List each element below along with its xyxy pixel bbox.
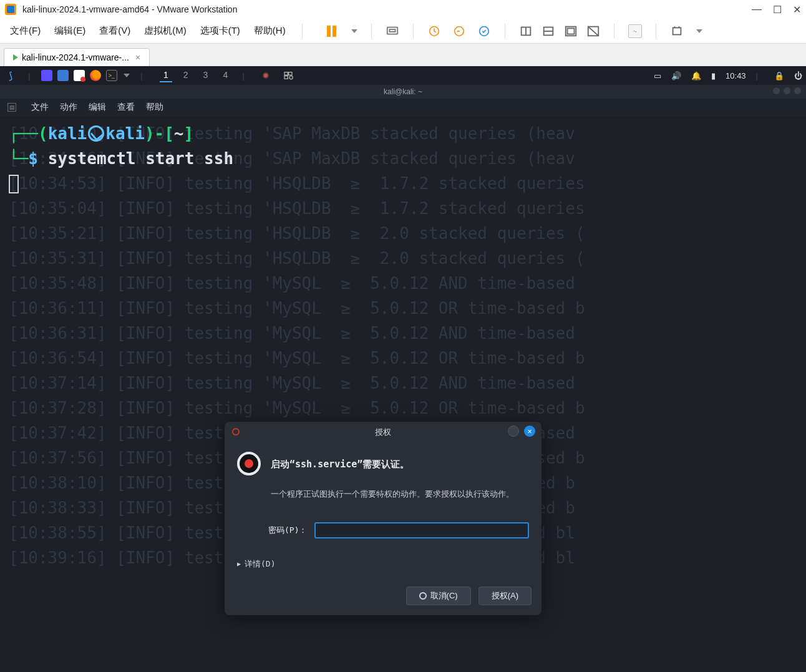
auth-heading: 启动“ssh.service”需要认证。 (271, 452, 514, 477)
tray-clock[interactable]: 10:43 (726, 71, 746, 80)
cancel-icon (419, 592, 427, 600)
password-input[interactable] (314, 522, 529, 538)
svg-rect-14 (672, 27, 681, 34)
tab-close-icon[interactable]: × (135, 52, 140, 62)
polkit-auth-dialog: 授权 ✕ 启动“ssh.service”需要认证。 一个程序正试图执行一个需要特… (225, 422, 541, 615)
chevron-right-icon: ▶ (237, 552, 241, 577)
snapshot-take-icon[interactable] (427, 24, 441, 38)
auth-shield-icon (237, 452, 261, 475)
maximize-button[interactable]: ☐ (773, 4, 782, 16)
app-icon-terminal[interactable]: >_ (106, 70, 117, 81)
menu-edit[interactable]: 编辑(E) (54, 25, 85, 37)
terminal-title: kali@kali: ~ (384, 87, 422, 96)
prompt-user: kali (48, 124, 87, 143)
prompt-cwd: ~ (174, 124, 184, 143)
details-expander[interactable]: ▶ 详情(D) (225, 547, 541, 582)
authorize-button[interactable]: 授权(A) (478, 587, 532, 605)
stretch-dropdown[interactable] (696, 29, 702, 33)
view-singlewindow-icon[interactable] (519, 24, 533, 38)
vm-tab[interactable]: kali-linux-2024.1-vmware-... × (4, 48, 150, 66)
workspace-2[interactable]: 2 (180, 69, 192, 82)
terminal-body[interactable]: [10:34:40] [INFO] testing 'SAP MaxDB sta… (0, 116, 806, 672)
minimize-button[interactable]: — (752, 4, 762, 16)
menu-file[interactable]: 文件(F) (10, 25, 41, 37)
workspace-switcher: 1 2 3 4 (160, 69, 231, 82)
tray-power-icon[interactable]: ⏻ (794, 71, 802, 80)
menu-tabs[interactable]: 选项卡(T) (200, 25, 240, 37)
term-menu-file[interactable]: 文件 (31, 102, 49, 113)
pause-button[interactable] (325, 24, 339, 38)
svg-point-18 (289, 76, 293, 79)
menu-help[interactable]: 帮助(H) (254, 25, 286, 37)
term-menu-help[interactable]: 帮助 (146, 102, 163, 113)
terminal-menu-bar: ▤ 文件 动作 编辑 查看 帮助 (0, 99, 806, 116)
auth-close-icon[interactable]: ✕ (524, 426, 535, 437)
tray-display-icon[interactable]: ▭ (654, 71, 661, 80)
separator (656, 24, 656, 39)
kali-taskbar: ⟆ | >_ | 1 2 3 4 | ▭ 🔊 🔔 ▮ 10:43 | 🔒 ⏻ (0, 66, 806, 85)
app-icon-editor[interactable] (74, 70, 85, 81)
stretch-guest-icon[interactable] (670, 24, 684, 38)
vmware-titlebar: kali-linux-2024.1-vmware-amd64 - VMware … (0, 0, 806, 19)
svg-rect-17 (284, 76, 288, 79)
menu-view[interactable]: 查看(V) (99, 25, 130, 37)
menu-vm[interactable]: 虚拟机(M) (144, 25, 187, 37)
svg-rect-15 (284, 72, 288, 75)
taskbar-separator: | (135, 69, 148, 82)
app-icon-activities[interactable] (41, 70, 52, 81)
vm-tab-label: kali-linux-2024.1-vmware-... (22, 52, 129, 62)
close-button[interactable]: ✕ (793, 4, 801, 16)
workspace-3[interactable]: 3 (200, 69, 212, 82)
record-icon[interactable] (263, 72, 269, 79)
term-menu-edit[interactable]: 编辑 (89, 102, 106, 113)
auth-dialog-titlebar[interactable]: 授权 ✕ (225, 422, 541, 443)
view-unity-icon[interactable] (586, 24, 600, 38)
separator (302, 24, 303, 39)
guest-vm-viewport[interactable]: ⟆ | >_ | 1 2 3 4 | ▭ 🔊 🔔 ▮ 10:43 | 🔒 ⏻ (0, 66, 806, 672)
cancel-button[interactable]: 取消(C) (406, 587, 471, 605)
auth-dialog-title: 授权 (375, 420, 391, 445)
snapshot-manager-icon[interactable] (477, 24, 491, 38)
app-icon-files[interactable] (57, 70, 69, 81)
svg-line-12 (588, 26, 598, 36)
terminal-newtab-icon[interactable]: ▤ (7, 103, 16, 112)
vmware-app-icon (5, 4, 16, 15)
view-fullscreen-icon[interactable] (564, 24, 578, 38)
tray-volume-icon[interactable]: 🔊 (671, 71, 681, 80)
view-console-icon[interactable] (541, 24, 555, 38)
power-dropdown[interactable] (351, 29, 357, 33)
tray-battery-icon[interactable]: ▮ (711, 71, 716, 80)
terminal-min-icon[interactable] (773, 87, 780, 94)
vmware-tab-strip: kali-linux-2024.1-vmware-... × (0, 44, 806, 66)
separator (505, 24, 505, 39)
auth-titlebar-icon (232, 428, 240, 436)
taskbar-separator: | (22, 69, 36, 82)
term-menu-action[interactable]: 动作 (60, 102, 77, 113)
terminal-titlebar: kali@kali: ~ (0, 85, 806, 99)
tray-notifications-icon[interactable]: 🔔 (691, 71, 701, 80)
workspace-4[interactable]: 4 (219, 69, 231, 82)
kali-menu-icon[interactable]: ⟆ (4, 69, 17, 82)
separator (371, 24, 372, 39)
tray-lock-icon[interactable]: 🔒 (774, 71, 784, 80)
terminal-max-icon[interactable] (784, 87, 790, 94)
details-label: 详情(D) (245, 552, 275, 577)
prompt-host: kali (105, 124, 145, 143)
quick-switch-icon[interactable] (628, 24, 642, 38)
terminal-close-icon[interactable] (794, 87, 801, 94)
at-icon (88, 125, 104, 142)
vmware-toolbar (325, 24, 702, 39)
app-icon-firefox[interactable] (90, 70, 101, 81)
snapshot-revert-icon[interactable] (452, 24, 466, 38)
app-terminal-dropdown[interactable] (124, 74, 130, 77)
taskbar-separator: | (236, 69, 250, 82)
send-ctrlaltdel-icon[interactable] (386, 24, 399, 38)
prompt-line-1: ┌──(kalikali)-[~] (9, 121, 797, 146)
prompt-line-2: └─$ systemctl start ssh (9, 146, 797, 171)
term-menu-view[interactable]: 查看 (117, 102, 135, 113)
auth-minimize-icon[interactable] (508, 426, 519, 437)
authorize-label: 授权(A) (492, 590, 518, 601)
window-list-icon[interactable] (281, 69, 295, 82)
workspace-1[interactable]: 1 (160, 69, 172, 82)
window-controls: — ☐ ✕ (752, 4, 801, 16)
